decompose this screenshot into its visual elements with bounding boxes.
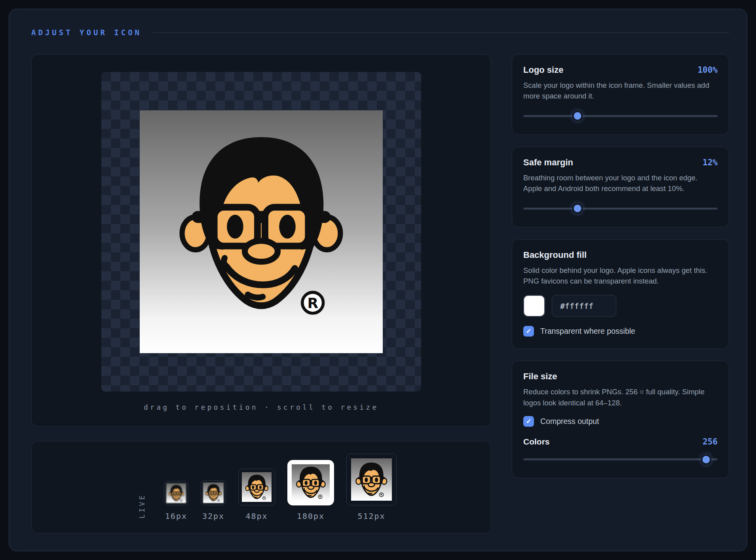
size-preview-512: 512px [346, 454, 397, 521]
face-icon [203, 482, 224, 503]
size-label: 32px [202, 511, 224, 521]
logo-size-value: 100% [697, 65, 718, 75]
compress-output-checkbox[interactable]: ✓ [523, 416, 534, 427]
colors-value: 256 [703, 437, 718, 446]
size-preview-32: 32px [201, 480, 226, 521]
card-description: Scale your logo within the icon frame. S… [523, 80, 718, 102]
size-label: 48px [245, 511, 268, 521]
size-thumbnail-512 [346, 454, 397, 505]
size-thumbnail-48 [238, 469, 275, 505]
safe-margin-slider-thumb[interactable] [572, 203, 583, 214]
transparent-checkbox[interactable]: ✓ [523, 326, 534, 337]
file-size-card: File size Reduce colors to shrink PNGs. … [512, 361, 729, 478]
transparent-checkbox-label: Transparent where possible [540, 327, 635, 336]
header-divider [153, 32, 729, 33]
safe-margin-card: Safe margin 12% Breathing room between y… [512, 147, 729, 227]
logo-size-slider[interactable] [523, 115, 718, 117]
logo-size-slider-thumb[interactable] [572, 111, 583, 121]
hex-color-input[interactable] [552, 295, 616, 317]
icon-preview-panel: drag to reposition · scroll to resize [31, 54, 491, 427]
live-label: LIVE [138, 494, 146, 518]
logo-size-card: Logo size 100% Scale your logo within th… [512, 54, 729, 135]
background-color-swatch[interactable] [523, 295, 545, 317]
face-icon [292, 464, 330, 501]
size-label: 512px [357, 511, 385, 521]
canvas-hint: drag to reposition · scroll to resize [144, 403, 378, 411]
checkmark-icon: ✓ [526, 417, 531, 426]
card-title: Background fill [523, 250, 587, 260]
live-preview-strip: LIVE 16px 32px [31, 441, 491, 534]
face-icon [166, 483, 186, 503]
card-description: Breathing room between your logo and the… [523, 172, 718, 194]
adjust-icon-card: ADJUST YOUR ICON drag to reposition · sc… [9, 9, 747, 551]
section-header: ADJUST YOUR ICON [31, 28, 729, 37]
face-icon [351, 458, 392, 501]
card-description: Reduce colors to shrink PNGs. 256 = full… [523, 386, 718, 408]
card-title: File size [523, 371, 557, 382]
face-icon [242, 472, 272, 502]
section-title: ADJUST YOUR ICON [31, 28, 142, 37]
colors-label: Colors [523, 437, 550, 446]
size-thumbnail-180 [287, 460, 334, 505]
card-title: Safe margin [523, 157, 573, 168]
safe-margin-slider[interactable] [523, 208, 718, 210]
size-thumbnail-32 [201, 480, 226, 505]
safe-margin-value: 12% [703, 158, 718, 167]
card-title: Logo size [523, 65, 563, 75]
background-fill-card: Background fill Solid color behind your … [512, 239, 729, 349]
colors-slider-thumb[interactable] [701, 454, 711, 465]
size-preview-180: 180px [287, 460, 334, 521]
checkmark-icon: ✓ [526, 327, 531, 335]
size-label: 16px [165, 511, 187, 521]
size-preview-16: 16px [164, 481, 188, 521]
size-thumbnail-16 [164, 481, 188, 505]
card-description: Solid color behind your logo. Apple icon… [523, 265, 718, 287]
compress-output-checkbox-label: Compress output [540, 417, 599, 426]
logo-face-image [175, 128, 347, 322]
size-preview-48: 48px [238, 469, 275, 521]
transparency-checkerboard [101, 72, 421, 392]
colors-slider[interactable] [523, 458, 718, 460]
size-label: 180px [297, 511, 325, 521]
icon-canvas[interactable] [140, 110, 383, 353]
